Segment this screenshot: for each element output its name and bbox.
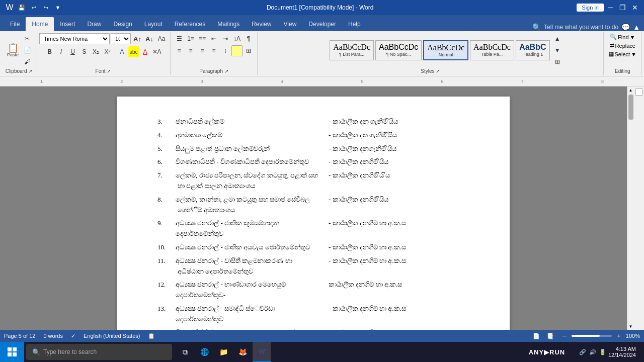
style-heading1[interactable]: AaBbC Heading 1 [516,40,550,60]
text-effects-button[interactable]: A [117,46,128,57]
minimize-button[interactable]: ─ [606,3,616,13]
styles-expand[interactable]: ↗ [436,68,440,74]
scroll-down-button[interactable]: ▼ [627,323,634,330]
sign-in-button[interactable]: Sign in [577,4,604,12]
select-button[interactable]: ▦ Select ▼ [607,50,638,58]
taskbar-search[interactable]: 🔍 Type here to search [26,344,172,360]
style-list-para[interactable]: AaBbCcDc ¶ List Para... [330,40,374,60]
file-explorer-icon[interactable]: 📁 [214,342,232,362]
replace-button[interactable]: ⇄ Replace [608,42,637,49]
subscript-button[interactable]: X₂ [91,46,102,57]
edge-browser-icon[interactable]: 🌐 [195,342,213,362]
highlight-button[interactable]: abc [128,46,139,57]
decrease-indent-button[interactable]: ⇤ [208,33,219,44]
bold-button[interactable]: B [44,46,55,57]
numbering-button[interactable]: 1≡ [185,33,196,44]
comment-icon[interactable]: 💬 [621,23,630,31]
spell-check-icon[interactable]: ✓ [71,333,75,339]
language[interactable]: English (United States) [84,333,140,339]
bullets-button[interactable]: ☰ [174,33,185,44]
superscript-button[interactable]: X² [102,46,113,57]
align-left-button[interactable]: ≡ [174,45,185,56]
sort-button[interactable]: ↕A [231,33,243,44]
copy-button[interactable]: 📄 [22,45,33,56]
italic-button[interactable]: I [56,46,67,57]
find-chevron[interactable]: ▼ [630,34,635,40]
zoom-slider[interactable] [572,335,612,337]
justify-button[interactable]: ≡ [208,45,219,56]
increase-indent-button[interactable]: ⇥ [220,33,231,44]
show-marks-button[interactable]: ¶ [243,33,254,44]
tab-home[interactable]: Home [26,17,54,31]
scrollbar-vertical[interactable]: ▲ ▼ [627,86,634,330]
borders-button[interactable]: ⊞ [243,45,254,56]
shading-button[interactable] [231,45,243,56]
tell-me-input[interactable]: Tell me what you want to do [544,24,618,31]
tab-developer[interactable]: Developer [302,17,342,31]
tab-layout[interactable]: Layout [138,17,169,31]
maximize-button[interactable]: ❐ [618,3,628,13]
tab-references[interactable]: References [169,17,211,31]
font-family-select[interactable]: Times New Roma [39,33,110,44]
tab-insert[interactable]: Insert [54,17,81,31]
select-chevron[interactable]: ▼ [631,51,636,57]
styles-scroll-down[interactable]: ▼ [552,45,563,56]
tab-design[interactable]: Design [107,17,138,31]
style-no-space[interactable]: AaBbCcDc ¶ No Spac... [375,40,422,60]
tab-file[interactable]: File [4,17,26,31]
align-center-button[interactable]: ≡ [185,45,196,56]
tab-mailings[interactable]: Mailings [211,17,246,31]
underline-button[interactable]: U [67,46,78,57]
undo-button[interactable]: ↩ [28,2,39,13]
start-button[interactable] [0,342,24,362]
styles-more[interactable]: ⊞ [552,56,563,67]
zoom-out-button[interactable]: ─ [559,331,570,341]
styles-scroll-up[interactable]: ▲ [552,33,563,44]
font-color-button[interactable]: A [140,46,151,57]
task-view-button[interactable]: ⧉ [176,342,194,362]
font-expand[interactable]: ↗ [107,68,111,74]
ribbon-toggle-icon[interactable]: ▲ [633,23,640,31]
tab-help[interactable]: Help [342,17,367,31]
notification-area[interactable] [638,342,640,362]
line-spacing-button[interactable]: ↕ [220,45,231,56]
tab-draw[interactable]: Draw [81,17,107,31]
scroll-up-button[interactable]: ▲ [627,86,634,94]
change-case-button[interactable]: Aa [156,33,167,44]
status-bar: Page 5 of 12 0 words ✓ English (United S… [0,330,644,342]
find-label: Find [618,34,628,40]
multilevel-list-button[interactable]: ≡≡ [197,33,208,44]
paragraph-label: Paragraph ↗ [199,67,228,74]
save-button[interactable]: 💾 [16,2,27,13]
clipboard-expand[interactable]: ↗ [28,68,32,74]
align-right-button[interactable]: ≡ [197,45,208,56]
style-normal[interactable]: AaBbCcDc Normal [423,40,468,60]
system-clock[interactable]: 4:13 AM 12/14/2024 [608,346,636,358]
find-button[interactable]: 🔍 Find ▼ [608,33,637,41]
tab-review[interactable]: Review [246,17,277,31]
tab-view[interactable]: View [278,17,303,31]
network-icon: 🔗 [579,349,586,355]
web-layout-button[interactable]: 📑 [545,331,555,341]
print-layout-button[interactable]: 📄 [531,331,541,341]
increase-font-button[interactable]: A↑ [132,33,143,44]
format-painter-button[interactable]: 🖌 [22,56,33,67]
paragraph-expand[interactable]: ↗ [224,68,228,74]
firefox-icon[interactable]: 🦊 [233,342,252,362]
zoom-in-button[interactable]: + [614,331,624,341]
redo-button[interactable]: ↪ [40,2,51,13]
scroll-thumb[interactable] [628,95,633,120]
decrease-font-button[interactable]: A↓ [144,33,155,44]
customize-quick-access[interactable]: ▼ [52,2,63,13]
style-table-para[interactable]: AaBbCcDc Table Pa... [470,40,514,60]
font-size-select[interactable]: 10 [111,33,131,44]
word-taskbar-icon[interactable]: W [253,342,271,362]
paste-button[interactable]: 📋 Paste [5,42,21,58]
annotation-button[interactable] [635,88,642,96]
clear-format-button[interactable]: ✕A [151,46,163,57]
clipboard-label: Clipboard ↗ [6,67,33,74]
close-button[interactable]: ✕ [630,3,640,13]
document-container[interactable]: 3. ජනාධිපති ලේකම් - කාර්‍යාලීක දන ගැනීම්… [0,86,627,330]
strikethrough-button[interactable]: S [79,46,90,57]
cut-button[interactable]: ✂ [22,33,33,44]
